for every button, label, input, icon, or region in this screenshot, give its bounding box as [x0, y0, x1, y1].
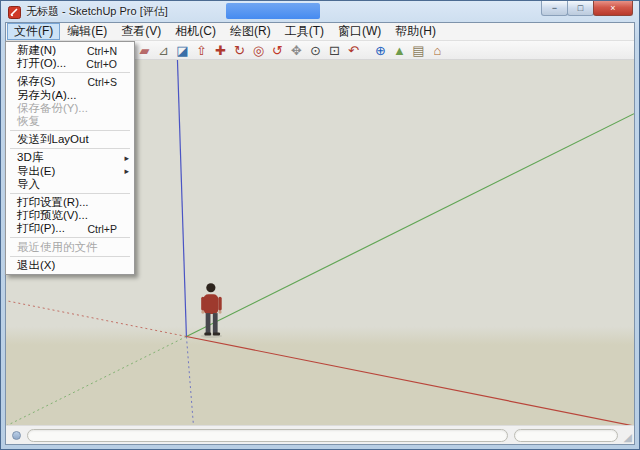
app-icon	[8, 5, 21, 18]
figure-right-arm	[218, 297, 221, 311]
menubar-item-0[interactable]: 文件(F)	[7, 23, 60, 40]
menu-separator	[10, 256, 130, 257]
axis-blue-dashed	[186, 336, 193, 425]
sketchup-window: 无标题 - SketchUp Pro [评估] − □ × 文件(F)编辑(E)…	[0, 0, 640, 450]
scale-figure[interactable]	[200, 283, 222, 338]
menubar-item-2[interactable]: 查看(V)	[114, 23, 168, 40]
figure-left-leg	[206, 313, 211, 333]
menu-separator	[10, 148, 130, 149]
file-menu-item-20[interactable]: 退出(X)	[7, 259, 133, 272]
window-title: 无标题 - SketchUp Pro [评估]	[26, 4, 168, 19]
menu-item-accelerator: Ctrl+S	[88, 76, 117, 88]
axis-red-dashed	[6, 301, 186, 337]
push-pull-icon[interactable]: ⇧	[192, 42, 211, 59]
menu-item-label: 发送到LayOut	[17, 132, 89, 147]
axis-green-dashed	[6, 336, 186, 425]
get-models-icon[interactable]: ⌂	[428, 42, 447, 59]
move-icon[interactable]: ✚	[211, 42, 230, 59]
file-menu-item-5: 保存备份(Y)...	[7, 102, 133, 115]
title-bar[interactable]: 无标题 - SketchUp Pro [评估] − □ ×	[1, 1, 639, 22]
menu-separator	[10, 72, 130, 73]
file-menu-item-8[interactable]: 发送到LayOut	[7, 133, 133, 146]
menu-item-accelerator: Ctrl+P	[88, 223, 117, 235]
title-bar-highlight	[226, 3, 320, 19]
file-menu: 新建(N)Ctrl+N打开(O)...Ctrl+O保存(S)Ctrl+S另存为(…	[5, 41, 135, 275]
eraser-icon[interactable]: ▰	[135, 42, 154, 59]
menu-item-label: 打开(O)...	[17, 56, 66, 71]
axis-red	[186, 336, 634, 425]
tape-measure-icon[interactable]: ⊿	[154, 42, 173, 59]
measurement-input[interactable]	[514, 429, 618, 442]
menu-item-label: 导入	[17, 177, 40, 192]
menu-separator	[10, 193, 130, 194]
menubar-item-4[interactable]: 绘图(R)	[223, 23, 278, 40]
file-menu-item-15[interactable]: 打印预览(V)...	[7, 209, 133, 222]
menu-item-accelerator: Ctrl+O	[86, 58, 117, 70]
file-menu-item-18: 最近使用的文件	[7, 240, 133, 253]
rotate-icon[interactable]: ↻	[230, 42, 249, 59]
toggle-terrain-icon[interactable]: ▲	[390, 42, 409, 59]
file-menu-item-6: 恢复	[7, 115, 133, 128]
file-menu-item-10[interactable]: 3D库▸	[7, 151, 133, 164]
submenu-arrow-icon: ▸	[124, 153, 129, 163]
file-menu-item-4[interactable]: 另存为(A)...	[7, 89, 133, 102]
figure-right-foot	[213, 333, 220, 336]
maximize-button[interactable]: □	[567, 1, 594, 16]
menu-separator	[10, 130, 130, 131]
figure-right-leg	[213, 313, 218, 333]
paint-bucket-icon[interactable]: ◪	[173, 42, 192, 59]
menubar-item-6[interactable]: 窗口(W)	[331, 23, 388, 40]
file-menu-item-11[interactable]: 导出(E)▸	[7, 165, 133, 178]
photo-textures-icon[interactable]: ▤	[409, 42, 428, 59]
submenu-arrow-icon: ▸	[124, 166, 129, 176]
menu-item-label: 最近使用的文件	[17, 240, 98, 255]
menu-item-accelerator: Ctrl+N	[87, 45, 117, 57]
close-button[interactable]: ×	[593, 1, 633, 16]
figure-torso	[203, 294, 218, 314]
add-location-icon[interactable]: ⊕	[371, 42, 390, 59]
figure-left-hand	[201, 311, 204, 314]
window-controls: − □ ×	[542, 1, 633, 16]
menubar-item-3[interactable]: 相机(C)	[168, 23, 223, 40]
menu-separator	[10, 237, 130, 238]
status-indicator-icon	[12, 431, 21, 440]
status-message-field	[27, 429, 508, 442]
resize-grip-icon[interactable]: ◢	[624, 432, 632, 443]
menu-item-label: 退出(X)	[17, 258, 55, 273]
menu-bar: 文件(F)编辑(E)查看(V)相机(C)绘图(R)工具(T)窗口(W)帮助(H)	[6, 23, 634, 41]
menu-item-label: 恢复	[17, 114, 40, 129]
previous-icon[interactable]: ↶	[344, 42, 363, 59]
offset-icon[interactable]: ◎	[249, 42, 268, 59]
figure-right-hand	[218, 311, 221, 314]
file-menu-item-12[interactable]: 导入	[7, 178, 133, 191]
pan-icon[interactable]: ✥	[287, 42, 306, 59]
zoom-icon[interactable]: ⊙	[306, 42, 325, 59]
zoom-extents-icon[interactable]: ⊡	[325, 42, 344, 59]
minimize-button[interactable]: −	[541, 1, 568, 16]
menubar-item-7[interactable]: 帮助(H)	[388, 23, 443, 40]
file-menu-item-16[interactable]: 打印(P)...Ctrl+P	[7, 222, 133, 235]
status-bar: ◢	[6, 425, 634, 444]
file-menu-item-1[interactable]: 打开(O)...Ctrl+O	[7, 57, 133, 70]
file-menu-item-14[interactable]: 打印设置(R)...	[7, 196, 133, 209]
figure-left-arm	[201, 297, 204, 311]
axis-blue	[177, 60, 186, 336]
menubar-item-5[interactable]: 工具(T)	[278, 23, 331, 40]
menubar-item-1[interactable]: 编辑(E)	[60, 23, 114, 40]
orbit-icon[interactable]: ↺	[268, 42, 287, 59]
figure-left-foot	[204, 333, 211, 336]
figure-head	[206, 283, 215, 292]
file-menu-item-0[interactable]: 新建(N)Ctrl+N	[7, 44, 133, 57]
menu-item-label: 打印(P)...	[17, 221, 65, 236]
file-menu-item-3[interactable]: 保存(S)Ctrl+S	[7, 75, 133, 88]
axis-green	[186, 114, 634, 337]
